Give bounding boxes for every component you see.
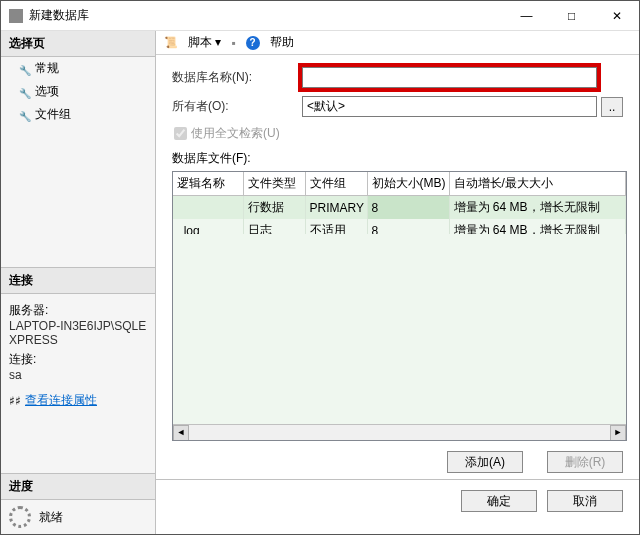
- select-page-header: 选择页: [1, 31, 155, 57]
- files-table[interactable]: 逻辑名称 文件类型 文件组 初始大小(MB) 自动增长/最大大小 行数据 PRI…: [172, 171, 627, 441]
- script-dropdown[interactable]: 脚本 ▾: [188, 34, 221, 51]
- fulltext-label: 使用全文检索(U): [191, 125, 280, 142]
- link-icon: ♯♯: [9, 394, 21, 408]
- progress-header: 进度: [1, 473, 155, 500]
- maximize-button[interactable]: □: [549, 1, 594, 31]
- chevron-down-icon: ▾: [215, 35, 221, 49]
- toolbar: 📜 脚本 ▾ ▪ ? 帮助: [156, 31, 639, 55]
- scroll-left-arrow-icon[interactable]: ◄: [173, 425, 189, 441]
- col-autogrowth[interactable]: 自动增长/最大大小: [449, 172, 626, 196]
- script-icon: 📜: [164, 36, 178, 49]
- db-name-label: 数据库名称(N):: [172, 69, 302, 86]
- conn-label: 连接:: [9, 351, 147, 368]
- table-header-row: 逻辑名称 文件类型 文件组 初始大小(MB) 自动增长/最大大小: [173, 172, 626, 196]
- cancel-button[interactable]: 取消: [547, 490, 623, 512]
- dialog-window: 新建数据库 — □ ✕ 选择页 常规 选项 文件组 连接 服务器: LAPTOP…: [0, 0, 640, 535]
- add-button[interactable]: 添加(A): [447, 451, 523, 473]
- wrench-icon: [19, 109, 31, 121]
- view-connection-properties-link[interactable]: 查看连接属性: [25, 392, 97, 409]
- table-row[interactable]: 行数据 PRIMARY 8 增量为 64 MB，增长无限制: [173, 196, 626, 220]
- owner-input[interactable]: [302, 96, 597, 117]
- sidebar-item-general[interactable]: 常规: [1, 57, 155, 80]
- remove-button: 删除(R): [547, 451, 623, 473]
- wrench-icon: [19, 86, 31, 98]
- connection-header: 连接: [1, 267, 155, 294]
- server-label: 服务器:: [9, 302, 147, 319]
- titlebar: 新建数据库 — □ ✕: [1, 1, 639, 31]
- content-pane: 📜 脚本 ▾ ▪ ? 帮助 数据库名称(N): 所有者(O): .. 使用全文检…: [156, 31, 639, 534]
- files-label: 数据库文件(F):: [156, 150, 639, 171]
- owner-label: 所有者(O):: [172, 98, 302, 115]
- conn-value: sa: [9, 368, 147, 382]
- owner-browse-button[interactable]: ..: [601, 97, 623, 117]
- close-button[interactable]: ✕: [594, 1, 639, 31]
- connection-info: 服务器: LAPTOP-IN3E6IJP\SQLEXPRESS 连接: sa: [1, 294, 155, 388]
- ok-button[interactable]: 确定: [461, 490, 537, 512]
- minimize-button[interactable]: —: [504, 1, 549, 31]
- col-logical-name[interactable]: 逻辑名称: [173, 172, 243, 196]
- scroll-right-arrow-icon[interactable]: ►: [610, 425, 626, 441]
- server-value: LAPTOP-IN3E6IJP\SQLEXPRESS: [9, 319, 147, 347]
- left-sidebar: 选择页 常规 选项 文件组 连接 服务器: LAPTOP-IN3E6IJP\SQ…: [1, 31, 156, 534]
- window-title: 新建数据库: [29, 7, 504, 24]
- horizontal-scrollbar[interactable]: ◄ ►: [173, 424, 626, 440]
- progress-status: 就绪: [39, 509, 63, 526]
- col-file-type[interactable]: 文件类型: [243, 172, 305, 196]
- help-link[interactable]: 帮助: [270, 34, 294, 51]
- fulltext-checkbox: [174, 127, 187, 140]
- help-icon: ?: [246, 36, 260, 50]
- wrench-icon: [19, 63, 31, 75]
- progress-spinner-icon: [9, 506, 31, 528]
- sidebar-item-filegroups[interactable]: 文件组: [1, 103, 155, 126]
- col-initial-size[interactable]: 初始大小(MB): [367, 172, 449, 196]
- sidebar-item-options[interactable]: 选项: [1, 80, 155, 103]
- db-name-input[interactable]: [302, 67, 597, 88]
- col-filegroup[interactable]: 文件组: [305, 172, 367, 196]
- app-icon: [9, 9, 23, 23]
